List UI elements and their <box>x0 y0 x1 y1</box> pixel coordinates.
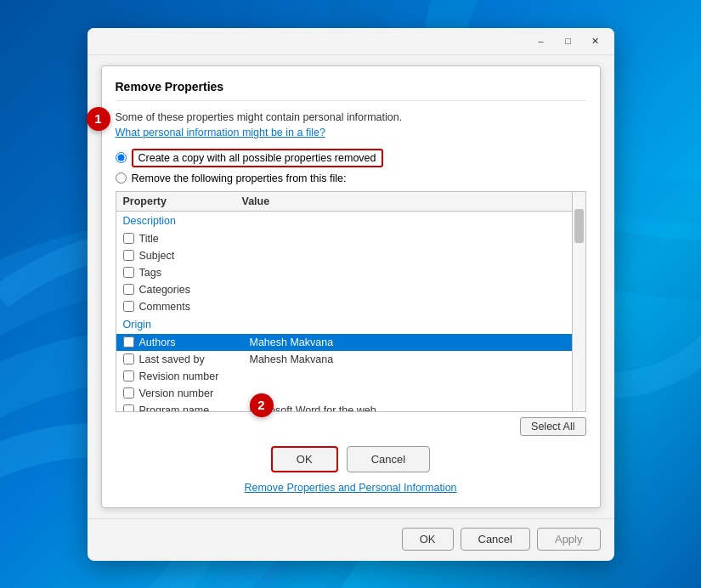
scrollbar-thumb[interactable] <box>574 209 584 243</box>
table-row[interactable]: Authors Mahesh Makvana <box>116 334 572 351</box>
prop-name-authors: Authors <box>139 336 250 348</box>
outer-window-titlebar: – □ ✕ <box>88 28 614 55</box>
remove-properties-dialog: 1 Remove Properties Some of these proper… <box>101 65 601 508</box>
annotation-badge-1: 1 <box>87 107 110 131</box>
property-column-header: Property <box>123 195 242 207</box>
bottom-link-area: Remove Properties and Personal Informati… <box>116 481 586 494</box>
property-table-container: Property Value Description Title Subject <box>116 191 586 412</box>
table-row[interactable]: Program name Microsoft Word for the web <box>116 402 572 411</box>
outer-window-footer: OK Cancel Apply <box>88 518 614 551</box>
section-description: Description <box>116 212 572 230</box>
prop-name-categories: Categories <box>139 284 250 296</box>
minimize-button[interactable]: – <box>529 32 553 49</box>
checkbox-categories[interactable] <box>123 284 134 295</box>
prop-value-authors: Mahesh Makvana <box>250 336 565 348</box>
dialog-area: – □ ✕ 1 Remove Properties Some of these … <box>0 0 701 588</box>
maximize-button[interactable]: □ <box>557 32 580 49</box>
radio-create-copy[interactable] <box>116 152 127 163</box>
prop-name-comments: Comments <box>139 301 250 313</box>
radio-remove-following-label[interactable]: Remove the following properties from thi… <box>132 172 347 184</box>
radio-option-1[interactable]: Create a copy with all possible properti… <box>116 149 586 167</box>
close-button[interactable]: ✕ <box>584 32 608 49</box>
table-header: Property Value <box>116 192 572 212</box>
dialog-title: Remove Properties <box>116 80 586 101</box>
select-all-area: Select All <box>116 417 586 436</box>
prop-name-subject: Subject <box>139 250 250 262</box>
outer-ok-button[interactable]: OK <box>402 528 454 551</box>
table-row[interactable]: Categories <box>116 281 572 298</box>
ok-button[interactable]: OK <box>271 446 338 472</box>
table-row[interactable]: Tags <box>116 264 572 281</box>
personal-info-link[interactable]: What personal information might be in a … <box>116 127 586 139</box>
checkbox-tags[interactable] <box>123 267 134 278</box>
checkbox-comments[interactable] <box>123 301 134 312</box>
remove-properties-link[interactable]: Remove Properties and Personal Informati… <box>244 482 456 494</box>
dialog-buttons: 2 OK Cancel <box>116 446 586 472</box>
prop-name-last-saved-by: Last saved by <box>139 353 250 365</box>
table-row[interactable]: Version number <box>116 385 572 402</box>
prop-name-tags: Tags <box>139 267 250 279</box>
property-table: Property Value Description Title Subject <box>116 192 572 411</box>
checkbox-authors[interactable] <box>123 336 134 348</box>
prop-name-version-number: Version number <box>139 387 250 399</box>
prop-name-program-name: Program name <box>139 404 250 411</box>
checkbox-revision-number[interactable] <box>123 370 134 382</box>
outer-window: – □ ✕ 1 Remove Properties Some of these … <box>88 28 614 561</box>
cancel-button[interactable]: Cancel <box>347 446 430 472</box>
outer-apply-button[interactable]: Apply <box>537 528 601 551</box>
table-row[interactable]: Revision number <box>116 368 572 385</box>
checkbox-subject[interactable] <box>123 250 134 261</box>
window-controls: – □ ✕ <box>529 32 608 49</box>
outer-cancel-button[interactable]: Cancel <box>461 528 530 551</box>
radio-create-copy-label[interactable]: Create a copy with all possible properti… <box>132 149 383 167</box>
annotation-badge-2: 2 <box>250 393 274 417</box>
table-row[interactable]: Title <box>116 230 572 247</box>
prop-name-revision-number: Revision number <box>139 370 250 382</box>
prop-value-program-name: Microsoft Word for the web <box>250 404 565 411</box>
checkbox-version-number[interactable] <box>123 387 134 399</box>
info-text: Some of these properties might contain p… <box>116 111 586 123</box>
value-column-header: Value <box>242 195 565 207</box>
table-scrollbar[interactable] <box>572 192 585 411</box>
prop-value-last-saved-by: Mahesh Makvana <box>250 353 565 365</box>
table-row[interactable]: Subject <box>116 247 572 264</box>
section-origin: Origin <box>116 315 572 334</box>
checkbox-title[interactable] <box>123 233 134 244</box>
radio-remove-following[interactable] <box>116 172 127 184</box>
radio-option-2[interactable]: Remove the following properties from thi… <box>116 172 586 184</box>
select-all-button[interactable]: Select All <box>520 417 585 436</box>
prop-name-title: Title <box>139 233 250 245</box>
checkbox-program-name[interactable] <box>123 404 134 411</box>
checkbox-last-saved-by[interactable] <box>123 353 134 365</box>
table-row[interactable]: Last saved by Mahesh Makvana <box>116 351 572 368</box>
table-row[interactable]: Comments <box>116 298 572 315</box>
